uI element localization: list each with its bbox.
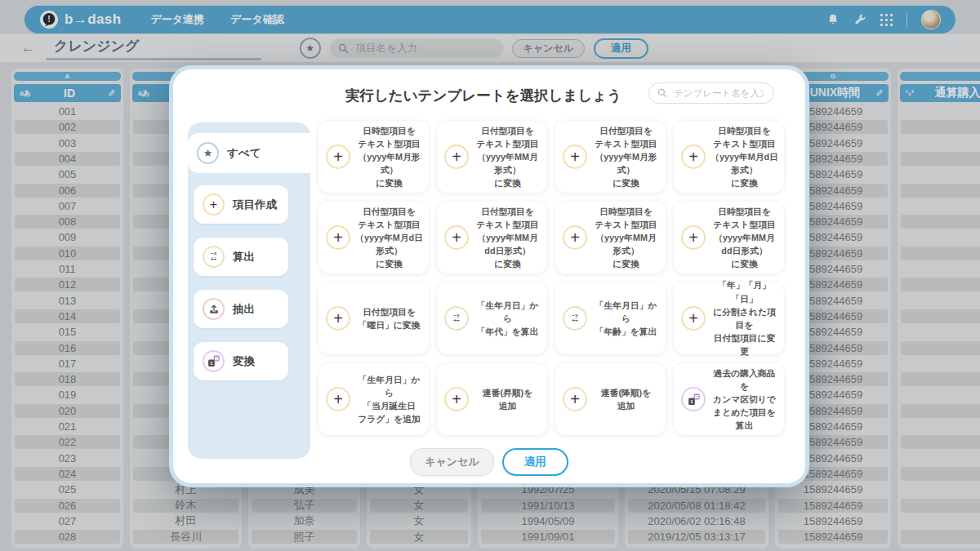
template-card[interactable]: +日時型項目をテキスト型項目（yyyy年M月形式）に変換 bbox=[318, 121, 429, 193]
template-label: 日時型項目をテキスト型項目（yyyy年MM月形式）に変換 bbox=[591, 205, 661, 271]
app-root: ! b→dash データ連携 データ確認 bbox=[0, 0, 980, 551]
category-item-extract[interactable]: 抽出 bbox=[194, 290, 288, 328]
category-label: 変換 bbox=[233, 354, 255, 369]
template-card[interactable]: +連番(昇順)を追加 bbox=[437, 363, 547, 435]
category-item-star[interactable]: ★すべて bbox=[188, 133, 317, 173]
svg-text:ア: ア bbox=[215, 357, 219, 361]
template-label: 「年」「月」「日」に分割された項目を日付型項目に変更 bbox=[710, 278, 779, 358]
template-card[interactable]: +日時型項目をテキスト型項目（yyyy年MM月形式）に変換 bbox=[555, 202, 666, 273]
category-label: 算出 bbox=[233, 250, 255, 264]
plus-icon: + bbox=[326, 144, 350, 169]
plus-icon: + bbox=[563, 144, 587, 169]
category-rail: ★すべて+項目作成−×+÷算出抽出1ア変換 bbox=[188, 122, 310, 459]
plus-icon: + bbox=[326, 387, 350, 411]
template-label: 日時型項目をテキスト型項目（yyyy年MM月dd日形式）に変換 bbox=[710, 205, 779, 271]
category-label: 抽出 bbox=[233, 302, 255, 317]
template-label: 日時型項目をテキスト型項目（yyyy年M月d日形式）に変換 bbox=[710, 124, 779, 190]
template-label: 日付型項目をテキスト型項目（yyyy年M月d日形式）に変換 bbox=[354, 205, 424, 271]
template-card[interactable]: +日付型項目を「曜日」に変換 bbox=[318, 282, 429, 354]
template-card[interactable]: +「生年月日」から「当月誕生日フラグ」を追加 bbox=[318, 363, 429, 435]
category-item-calc[interactable]: −×+÷算出 bbox=[194, 238, 288, 276]
template-label: 連番(昇順)を追加 bbox=[473, 386, 542, 412]
plus-icon: + bbox=[444, 387, 469, 411]
category-label: すべて bbox=[227, 146, 261, 161]
plus-icon: + bbox=[681, 225, 706, 250]
plus-icon: + bbox=[563, 387, 587, 411]
plus-icon: + bbox=[563, 225, 587, 250]
template-label: 「生年月日」から「当月誕生日フラグ」を追加 bbox=[354, 373, 424, 426]
search-icon bbox=[657, 88, 667, 98]
plus-icon: + bbox=[681, 306, 706, 331]
template-label: 「生年月日」から「年齢」を算出 bbox=[591, 299, 661, 339]
plus-icon: + bbox=[444, 144, 469, 169]
template-label: 日付型項目をテキスト型項目（yyyy年MM月dd日形式）に変換 bbox=[473, 205, 542, 271]
template-search[interactable] bbox=[648, 82, 774, 104]
template-card[interactable]: +日付型項目をテキスト型項目（yyyy年M月形式）に変換 bbox=[555, 121, 666, 193]
extract-icon bbox=[203, 298, 225, 320]
template-label: 日付型項目をテキスト型項目（yyyy年M月形式）に変換 bbox=[591, 124, 661, 190]
convert-icon: 1ア bbox=[203, 350, 225, 372]
template-label: 日時型項目をテキスト型項目（yyyy年M月形式）に変換 bbox=[354, 124, 424, 190]
template-label: 連番(降順)を追加 bbox=[591, 386, 661, 412]
template-card[interactable]: +日時型項目をテキスト型項目（yyyy年MM月dd日形式）に変換 bbox=[674, 202, 784, 273]
template-modal: 実行したいテンプレートを選択しましょう ★すべて+項目作成−×+÷算出抽出1ア変… bbox=[173, 69, 805, 483]
template-search-input[interactable] bbox=[672, 87, 765, 99]
template-label: 「生年月日」から「年代」を算出 bbox=[473, 299, 542, 339]
modal-cancel-button[interactable]: キャンセル bbox=[410, 448, 494, 476]
template-grid: +日時型項目をテキスト型項目（yyyy年M月形式）に変換+日付型項目をテキスト型… bbox=[318, 121, 784, 435]
template-card[interactable]: +日付型項目をテキスト型項目（yyyy年MM月dd日形式）に変換 bbox=[437, 202, 547, 273]
template-card[interactable]: −×+÷「生年月日」から「年代」を算出 bbox=[437, 282, 547, 354]
template-card[interactable]: −×+÷「生年月日」から「年齢」を算出 bbox=[555, 282, 666, 354]
plus-icon: + bbox=[203, 193, 225, 216]
template-label: 日付型項目をテキスト型項目（yyyy年MM月形式）に変換 bbox=[473, 124, 542, 190]
calc-icon: −×+÷ bbox=[203, 246, 225, 268]
modal-title: 実行したいテンプレートを選択しましょう bbox=[312, 86, 655, 105]
template-card[interactable]: +日付型項目をテキスト型項目（yyyy年M月d日形式）に変換 bbox=[318, 202, 429, 273]
category-label: 項目作成 bbox=[233, 198, 277, 212]
template-card[interactable]: +「年」「月」「日」に分割された項目を日付型項目に変更 bbox=[674, 282, 784, 354]
template-card[interactable]: 1ア過去の購入商品をカンマ区切りでまとめた項目を算出 bbox=[674, 363, 784, 435]
svg-text:ア: ア bbox=[694, 394, 698, 398]
template-label: 過去の購入商品をカンマ区切りでまとめた項目を算出 bbox=[710, 367, 779, 433]
plus-icon: + bbox=[326, 306, 350, 331]
template-card[interactable]: +日付型項目をテキスト型項目（yyyy年MM月形式）に変換 bbox=[437, 121, 547, 193]
modal-footer: キャンセル 適用 bbox=[173, 448, 805, 476]
modal-apply-button[interactable]: 適用 bbox=[502, 448, 568, 476]
template-label: 日付型項目を「曜日」に変換 bbox=[354, 305, 424, 331]
category-item-convert[interactable]: 1ア変換 bbox=[194, 342, 288, 380]
calc-icon: −×+÷ bbox=[444, 306, 469, 331]
template-card[interactable]: +連番(降順)を追加 bbox=[555, 363, 666, 435]
star-icon: ★ bbox=[197, 142, 219, 164]
plus-icon: + bbox=[326, 225, 350, 250]
template-card[interactable]: +日時型項目をテキスト型項目（yyyy年M月d日形式）に変換 bbox=[674, 121, 784, 193]
convert-icon: 1ア bbox=[681, 387, 706, 411]
calc-icon: −×+÷ bbox=[563, 306, 587, 331]
category-item-plus[interactable]: +項目作成 bbox=[194, 185, 288, 224]
plus-icon: + bbox=[681, 144, 706, 169]
plus-icon: + bbox=[444, 225, 469, 250]
